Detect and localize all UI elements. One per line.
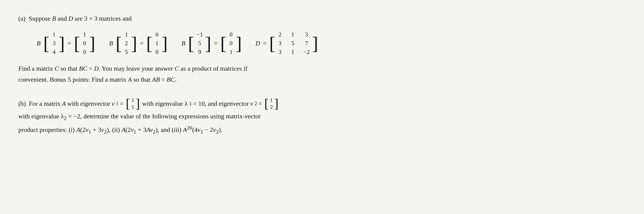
- part-a-section: (a) Suppose B and D are 3 × 3 matrices a…: [18, 14, 626, 85]
- b2-rhs-left-bracket: [: [146, 34, 152, 52]
- d-matrix-cols: 2 3 3 1 5 1 3 7 −2: [276, 30, 312, 56]
- b3-rhs-r2: 0: [229, 40, 233, 47]
- b3-rhs-col: 0 0 1: [227, 30, 235, 56]
- b2-rhs-bracket: [ 0 1 0 ]: [146, 30, 168, 56]
- part-b-label: (b): [18, 96, 26, 111]
- b3-lhs-r3: 9: [198, 48, 202, 56]
- part-b-line2: with eigenvalue λ2 = −2, determine the v…: [18, 110, 615, 123]
- b2-rhs-col: 0 1 0: [153, 30, 161, 56]
- b2-eq: =: [140, 40, 144, 47]
- d-right-bracket: ]: [312, 34, 318, 52]
- d-col2: 1 5 1: [289, 30, 297, 56]
- matrix-eq-b3: B [ −1 5 9 ] = [ 0 0 1: [182, 30, 242, 56]
- b2-right-bracket: ]: [131, 34, 137, 52]
- description-line2: convenient. Bonus 5 points: Find a matri…: [18, 74, 615, 85]
- d-r3c3: −2: [304, 48, 310, 56]
- part-a-description: Find a matrix C so that BC = D. You may …: [18, 63, 615, 85]
- b3-rhs-r3: 1: [229, 48, 233, 56]
- matrix-eq-b2: B [ 1 2 5 ] = [ 0 1 0: [109, 30, 168, 56]
- b3-rhs-left-bracket: [: [220, 34, 226, 52]
- d-col1: 2 3 3: [276, 30, 284, 56]
- v1-r1: 1: [132, 96, 134, 104]
- d-r2c3: 7: [304, 40, 309, 47]
- d-r2c2: 5: [290, 40, 295, 47]
- b1-lhs-r2: 3: [52, 40, 56, 47]
- b1-lhs-bracket: [ 1 3 4 ]: [43, 30, 65, 56]
- b3-left-bracket: [: [188, 34, 194, 52]
- b1-rhs-bracket: [ 1 0 0 ]: [74, 30, 95, 56]
- d-r3c1: 3: [278, 48, 282, 56]
- matrix-eq-d: D = [ 2 3 3 1 5 1: [256, 30, 318, 56]
- b1-lhs-r3: 4: [52, 48, 56, 56]
- page-content: (a) Suppose B and D are 3 × 3 matrices a…: [18, 14, 626, 137]
- b3-right-bracket: ]: [205, 34, 211, 52]
- b1-lhs-r1: 1: [52, 31, 56, 38]
- b3-rhs-bracket: [ 0 0 1 ]: [220, 30, 242, 56]
- b1-rhs-right-bracket: ]: [89, 34, 96, 52]
- d-r1c2: 1: [290, 31, 295, 38]
- b1-rhs-r2: 0: [82, 40, 87, 47]
- part-b-section: (b) For a matrix A with eigenvector v1 =…: [18, 96, 626, 137]
- b3-eq: =: [214, 40, 218, 47]
- matrices-row: B [ 1 3 4 ] = [ 1 0 0: [37, 30, 626, 56]
- b3-lhs-r1: −1: [196, 31, 203, 38]
- v2-left-bracket: [: [264, 97, 269, 110]
- v2-right-bracket: ]: [274, 97, 278, 110]
- d-r2c1: 3: [278, 40, 282, 47]
- matrix-eq-b1: B [ 1 3 4 ] = [ 1 0 0: [37, 30, 95, 56]
- b1-lhs-col: 1 3 4: [50, 30, 58, 56]
- b3-lhs-col: −1 5 9: [195, 30, 205, 56]
- b1-rhs-left-bracket: [: [74, 34, 80, 52]
- description-line1: Find a matrix C so that BC = D. You may …: [18, 63, 615, 74]
- part-b-line1: (b) For a matrix A with eigenvector v1 =…: [18, 96, 615, 111]
- d-r1c1: 2: [278, 31, 282, 38]
- b2-lhs-col: 1 2 5: [122, 30, 130, 56]
- b2-lhs-bracket: [ 1 2 5 ]: [116, 30, 137, 56]
- b3-rhs-right-bracket: ]: [236, 34, 242, 52]
- v2-col: 1 2: [269, 96, 274, 110]
- v2-r1: 1: [270, 96, 273, 104]
- b3-rhs-r1: 0: [229, 31, 233, 38]
- d-left-bracket: [: [269, 34, 276, 52]
- b1-left-bracket: [: [43, 34, 50, 52]
- b3-label: B: [182, 40, 185, 47]
- v1-col: 1 1: [130, 96, 135, 110]
- b1-rhs-col: 1 0 0: [80, 30, 89, 56]
- d-rhs-bracket: [ 2 3 3 1 5 1 3: [269, 30, 318, 56]
- v2-r2: 2: [270, 104, 273, 110]
- b1-right-bracket: ]: [59, 34, 65, 52]
- b2-rhs-right-bracket: ]: [162, 34, 168, 52]
- part-b-text: (b) For a matrix A with eigenvector v1 =…: [18, 96, 615, 137]
- d-label: D: [256, 40, 260, 47]
- v1-left-bracket: [: [126, 97, 130, 110]
- v1-matrix: [ 1 1 ]: [126, 96, 140, 110]
- b2-left-bracket: [: [116, 34, 122, 52]
- b3-lhs-bracket: [ −1 5 9 ]: [188, 30, 211, 56]
- b2-lhs-r1: 1: [124, 31, 129, 38]
- b1-label: B: [37, 40, 40, 47]
- b2-lhs-r2: 2: [124, 40, 129, 47]
- part-a-label: (a): [18, 15, 26, 22]
- b2-rhs-r2: 1: [154, 40, 159, 47]
- v1-right-bracket: ]: [136, 97, 140, 110]
- d-r1c3: 3: [304, 31, 309, 38]
- b3-lhs-r2: 5: [198, 40, 202, 47]
- d-col3: 3 7 −2: [302, 30, 312, 56]
- b1-rhs-r3: 0: [82, 48, 87, 56]
- d-eq: =: [263, 40, 266, 47]
- b1-eq: =: [68, 40, 71, 47]
- b1-rhs-r1: 1: [82, 31, 87, 38]
- part-b-line3: product properties: (i) A(2v1 + 3v2), (i…: [18, 123, 615, 137]
- b2-label: B: [109, 40, 113, 47]
- d-r3c2: 1: [290, 48, 295, 56]
- b2-rhs-r1: 0: [154, 31, 159, 38]
- v2-matrix: [ 1 2 ]: [264, 96, 278, 110]
- part-a-intro: (a) Suppose B and D are 3 × 3 matrices a…: [18, 14, 626, 24]
- v1-r2: 1: [132, 104, 134, 110]
- b2-lhs-r3: 5: [124, 48, 129, 56]
- b2-rhs-r3: 0: [154, 48, 159, 56]
